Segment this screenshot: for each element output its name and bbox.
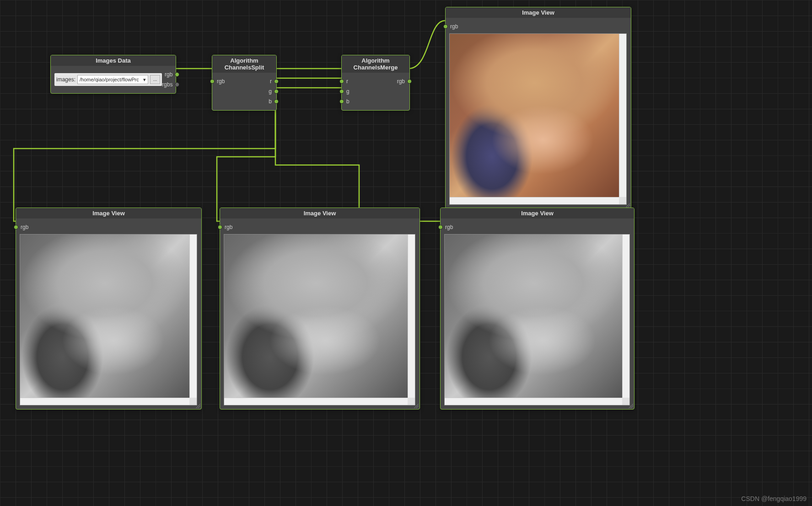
preview-image-color [450,34,619,197]
port-in-rgb[interactable]: rgb [449,21,627,32]
scrollbar-horizontal[interactable] [450,197,619,204]
preview-image-gray [224,234,408,398]
node-images-data[interactable]: Images Data images: /home/qiao/project/f… [50,55,176,94]
port-out-rgb[interactable]: rgb [162,69,173,80]
node-channels-merge[interactable]: Algorithm ChannelsMerge r rgb g b [341,55,410,111]
images-path-text: /home/qiao/project/flowPrc [80,77,139,82]
image-preview[interactable] [20,234,197,405]
node-image-view-r[interactable]: Image View rgb [16,208,202,410]
port-out-r[interactable]: r [270,76,273,86]
port-in-rgb[interactable]: rgb [216,76,225,86]
watermark: CSDN @fengqiao1999 [741,495,807,502]
scrollbar-horizontal[interactable] [224,398,408,405]
images-path-dropdown[interactable]: /home/qiao/project/flowPrc▾ [77,75,148,84]
port-in-r[interactable]: r [345,76,348,86]
image-preview[interactable] [224,234,415,405]
scrollbar-vertical[interactable] [408,234,415,398]
port-out-rgb[interactable]: rgb [397,76,406,86]
scrollbar-horizontal[interactable] [445,398,622,405]
scrollbar-vertical[interactable] [622,234,629,398]
image-preview[interactable] [449,33,627,205]
node-title: Algorithm ChannelsSplit [212,55,276,73]
port-in-rgb[interactable]: rgb [444,222,630,232]
port-out-g[interactable]: g [269,86,273,96]
node-title: Image View [16,208,201,218]
node-title: Image View [441,208,634,218]
node-image-view-b[interactable]: Image View rgb [440,208,635,410]
images-field-row: images: /home/qiao/project/flowPrc▾ ... [54,73,162,86]
port-in-rgb[interactable]: rgb [20,222,198,232]
preview-image-gray [445,234,622,398]
preview-image-gray [20,234,189,398]
node-image-view-output[interactable]: Image View rgb [445,7,631,209]
browse-button[interactable]: ... [150,75,160,84]
port-in-rgb[interactable]: rgb [224,222,416,232]
node-title: Image View [446,7,631,18]
resize-handle[interactable] [625,203,630,208]
scrollbar-vertical[interactable] [619,34,626,197]
images-label: images: [56,76,75,83]
port-out-rgbs[interactable]: rgbs [162,80,173,90]
resize-handle[interactable] [414,404,419,408]
port-out-b[interactable]: b [269,96,273,107]
image-preview[interactable] [444,234,630,405]
scrollbar-vertical[interactable] [189,234,197,398]
scrollbar-horizontal[interactable] [20,398,189,405]
chevron-down-icon: ▾ [143,77,146,83]
node-channels-split[interactable]: Algorithm ChannelsSplit rgb r g b [212,55,277,111]
node-title: Images Data [51,55,176,66]
resize-handle[interactable] [629,404,633,408]
resize-handle[interactable] [196,404,200,408]
port-in-b[interactable]: b [345,96,350,107]
port-in-g[interactable]: g [345,86,350,96]
node-title: Algorithm ChannelsMerge [342,55,409,73]
node-image-view-g[interactable]: Image View rgb [220,208,420,410]
node-title: Image View [220,208,419,218]
